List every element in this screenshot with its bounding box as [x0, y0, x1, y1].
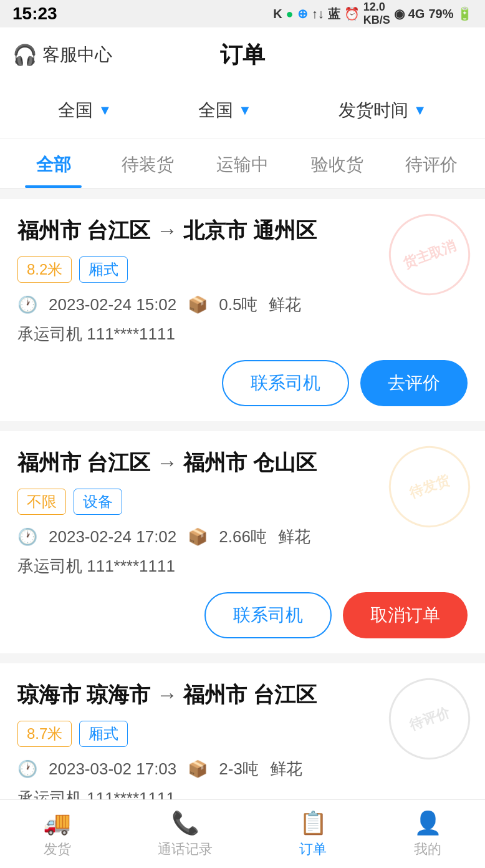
- box-icon-3: 📦: [188, 759, 208, 779]
- filter-region2-label: 全国: [198, 99, 233, 122]
- network-icon: ↑↓: [312, 7, 324, 21]
- clock-icon-2: 🕐: [17, 527, 37, 547]
- order-to-3: 福州市 台江区: [183, 683, 316, 706]
- filter-region1[interactable]: 全国 ▼: [47, 94, 123, 127]
- box-icon-2: 📦: [188, 527, 208, 547]
- filter-time[interactable]: 发货时间 ▼: [327, 94, 438, 127]
- phone-icon: 📞: [171, 810, 199, 836]
- contact-driver-btn-2[interactable]: 联系司机: [204, 592, 332, 638]
- tab-all[interactable]: 全部: [6, 139, 101, 188]
- tab-review[interactable]: 待评价: [384, 139, 479, 188]
- filter-bar: 全国 ▼ 全国 ▼ 发货时间 ▼: [0, 82, 485, 139]
- order-datetime-3: 2023-03-02 17:03: [49, 759, 176, 779]
- order-goods-1: 鲜花: [269, 294, 301, 316]
- tag-type-1: 厢式: [79, 256, 128, 283]
- nav-shipment-label: 发货: [44, 840, 71, 859]
- chevron-down-icon2: ▼: [238, 102, 252, 119]
- tab-receiving[interactable]: 验收货: [290, 139, 385, 188]
- driver-phone-1: 111****1111: [87, 324, 175, 343]
- filter-time-label: 发货时间: [339, 99, 408, 122]
- contact-driver-btn-1[interactable]: 联系司机: [222, 360, 349, 406]
- alarm-icon: ⏰: [344, 6, 360, 21]
- review-btn-1[interactable]: 去评价: [360, 360, 468, 406]
- order-from-1: 福州市 台江区: [17, 218, 150, 242]
- network-type-icon: 4G: [408, 7, 425, 21]
- header: 🎧 客服中心 订单: [0, 27, 485, 82]
- user-icon: 👤: [414, 810, 442, 836]
- speed-icon: 12.0KB/S: [363, 1, 390, 27]
- order-goods-2: 鲜花: [278, 526, 310, 548]
- filter-region1-label: 全国: [58, 99, 93, 122]
- order-weight-3: 2-3吨: [219, 758, 259, 780]
- chevron-down-icon: ▼: [98, 102, 112, 119]
- order-info-1: 🕐 2023-02-24 15:02 📦 0.5吨 鲜花: [17, 294, 468, 316]
- nav-calls-label: 通话记录: [158, 840, 213, 859]
- box-icon-1: 📦: [188, 295, 208, 315]
- arrow-icon-2: →: [156, 451, 183, 474]
- order-info-3: 🕐 2023-03-02 17:03 📦 2-3吨 鲜花: [17, 758, 468, 780]
- tab-loading[interactable]: 待装货: [101, 139, 196, 188]
- service-label: 客服中心: [42, 43, 112, 67]
- filter-region2[interactable]: 全国 ▼: [187, 94, 263, 127]
- wechat-icon: ●: [286, 7, 294, 21]
- order-to-2: 福州市 仓山区: [183, 451, 316, 474]
- nav-profile-label: 我的: [414, 840, 441, 859]
- order-to-1: 北京市 通州区: [183, 218, 316, 242]
- order-driver-1: 承运司机 111****1111: [17, 323, 468, 345]
- chevron-down-icon3: ▼: [413, 102, 427, 119]
- nav-shipment[interactable]: 🚚 发货: [43, 810, 71, 859]
- nav-calls[interactable]: 📞 通话记录: [158, 810, 213, 859]
- status-icons: K ● ⊕ ↑↓ 蓝 ⏰ 12.0KB/S ◉ 4G 79% 🔋: [273, 1, 473, 27]
- headset-icon: 🎧: [12, 43, 37, 67]
- driver-label-1: 承运司机: [17, 324, 82, 343]
- order-card-2: 待发货 福州市 台江区 → 福州市 仓山区 不限 设备 🕐 2023-02-24…: [0, 431, 485, 653]
- order-actions-1: 联系司机 去评价: [17, 360, 468, 406]
- order-driver-2: 承运司机 111****1111: [17, 555, 468, 577]
- page-title: 订单: [220, 40, 265, 71]
- nav-orders[interactable]: 📋 订单: [299, 810, 327, 859]
- order-goods-3: 鲜花: [270, 758, 302, 780]
- nav-profile[interactable]: 👤 我的: [414, 810, 442, 859]
- order-weight-1: 0.5吨: [219, 294, 257, 316]
- signal-icon: K: [273, 7, 282, 21]
- cancel-btn-2[interactable]: 取消订单: [343, 592, 468, 638]
- clock-icon-3: 🕐: [17, 759, 37, 779]
- arrow-icon-1: →: [156, 218, 183, 242]
- bottom-nav: 🚚 发货 📞 通话记录 📋 订单 👤 我的: [0, 799, 485, 868]
- nav-orders-label: 订单: [299, 840, 327, 859]
- status-bar: 15:23 K ● ⊕ ↑↓ 蓝 ⏰ 12.0KB/S ◉ 4G 79% 🔋: [0, 0, 485, 27]
- order-tabs: 全部 待装货 运输中 验收货 待评价: [0, 139, 485, 189]
- order-info-2: 🕐 2023-02-24 17:02 📦 2.66吨 鲜花: [17, 526, 468, 548]
- status-time: 15:23: [12, 4, 57, 24]
- truck-icon: 🚚: [43, 810, 71, 836]
- order-from-2: 福州市 台江区: [17, 451, 150, 474]
- order-datetime-2: 2023-02-24 17:02: [49, 527, 176, 547]
- tag-size-2: 不限: [17, 489, 66, 515]
- order-weight-2: 2.66吨: [219, 526, 267, 548]
- arrow-icon-3: →: [156, 683, 183, 706]
- wifi-icon: ◉: [394, 6, 405, 21]
- bluetooth-icon: ⊕: [297, 6, 308, 21]
- battery-icon: 79% 🔋: [428, 6, 473, 21]
- orders-list: 货主取消 福州市 台江区 → 北京市 通州区 8.2米 厢式 🕐 2023-02…: [0, 189, 485, 868]
- orders-icon: 📋: [299, 810, 327, 836]
- order-datetime-1: 2023-02-24 15:02: [49, 295, 176, 315]
- order-from-3: 琼海市 琼海市: [17, 683, 150, 706]
- tag-type-2: 设备: [74, 489, 122, 515]
- order-card-1: 货主取消 福州市 台江区 → 北京市 通州区 8.2米 厢式 🕐 2023-02…: [0, 199, 485, 421]
- driver-label-2: 承运司机: [17, 557, 82, 575]
- order-actions-2: 联系司机 取消订单: [17, 592, 468, 638]
- clock-icon-1: 🕐: [17, 295, 37, 315]
- tab-transit[interactable]: 运输中: [195, 139, 290, 188]
- bluetooth2-icon: 蓝: [328, 6, 340, 22]
- driver-phone-2: 111****1111: [87, 557, 175, 575]
- customer-service[interactable]: 🎧 客服中心: [12, 43, 112, 67]
- tag-size-3: 8.7米: [17, 721, 72, 747]
- tag-size-1: 8.2米: [17, 256, 72, 283]
- tag-type-3: 厢式: [79, 721, 128, 747]
